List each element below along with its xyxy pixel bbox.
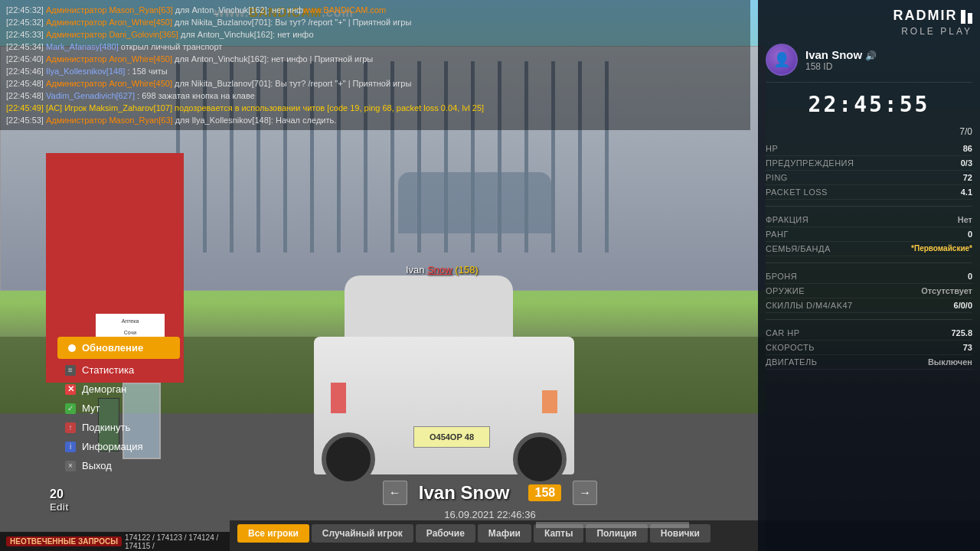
logo-bar-2 bbox=[968, 13, 972, 24]
stat-value-skills: 6/0/0 bbox=[954, 301, 972, 310]
stat-row-weapon: ОРУЖИЕ Отсутствует bbox=[766, 284, 972, 298]
car-plate: О454ОР 48 bbox=[413, 426, 490, 448]
stat-row-family: СЕМЬЯ/БАНДА *Первомайские* bbox=[766, 242, 972, 256]
stat-label-packetloss: PACKET LOSS bbox=[766, 187, 828, 197]
stat-row-ping: PING 72 bbox=[766, 171, 972, 185]
stat-value-faction: Нет bbox=[958, 215, 972, 224]
stat-label-hp: HP bbox=[766, 144, 778, 153]
menu-item-demorgan[interactable]: ✕ Деморган bbox=[57, 380, 211, 399]
demorgan-icon: ✕ bbox=[65, 384, 76, 395]
demorgan-label: Деморган bbox=[82, 383, 126, 395]
stat-label-weapon: ОРУЖИЕ bbox=[766, 286, 805, 295]
chat-line: [22:45:48] Администратор Aron_Whire[450]… bbox=[6, 77, 744, 90]
chat-line: [22:45:53] Администратор Mason_Ryan[63] … bbox=[6, 114, 744, 126]
kick-label: Подкинуть bbox=[82, 422, 130, 433]
stat-value-rank: 0 bbox=[968, 230, 972, 239]
player-nametag: Ivan Snow (158) bbox=[406, 264, 479, 276]
menu-item-kick[interactable]: ↑ Подкинуть bbox=[57, 418, 211, 437]
stat-divider-2 bbox=[766, 262, 972, 263]
logo-roleplay: ROLE PLAY bbox=[901, 26, 972, 37]
logo-radmir: RADMIR bbox=[893, 8, 958, 23]
tab-all-players[interactable]: Все игроки bbox=[237, 524, 309, 543]
chat-line: [22:45:48] Vadim_Genadivich[627] : 698 з… bbox=[6, 90, 744, 102]
menu-item-exit[interactable]: × Выход bbox=[57, 456, 211, 475]
menu-item-statistics[interactable]: ≡ Статистика bbox=[57, 360, 211, 380]
stat-value-warnings: 0/3 bbox=[961, 158, 972, 168]
left-sidebar: Обновление ≡ Статистика ✕ Деморган ✓ Мут… bbox=[57, 337, 211, 475]
tab-newbies[interactable]: Новички bbox=[650, 524, 710, 543]
stat-value-family: *Первомайские* bbox=[911, 244, 972, 253]
stat-label-family: СЕМЬЯ/БАНДА bbox=[766, 244, 831, 253]
player-count: 20 bbox=[50, 487, 69, 501]
stat-value-packetloss: 4.1 bbox=[961, 187, 972, 197]
stats-section: HP 86 ПРЕДУПРЕЖДЕНИЯ 0/3 PING 72 PACKET … bbox=[766, 142, 972, 370]
menu-item-info[interactable]: i Информация bbox=[57, 437, 211, 456]
clock-display: 22:45:55 bbox=[766, 92, 972, 117]
chat-line: [22:45:33] Администратор Dani_Golovin[36… bbox=[6, 28, 744, 41]
stat-label-skills: СКИЛЛЫ D/M4/AK47 bbox=[766, 301, 853, 310]
car: О454ОР 48 bbox=[299, 276, 590, 474]
chat-line: [22:45:40] Администратор Aron_Whire[450]… bbox=[6, 53, 744, 65]
mute-label: Мут bbox=[82, 403, 100, 414]
car-taillight-left bbox=[331, 383, 346, 413]
stat-label-engine: ДВИГАТЕЛЬ bbox=[766, 357, 817, 367]
profile-name: Ivan Snow 🔊 bbox=[805, 48, 877, 61]
stat-value-weapon: Отсутствует bbox=[921, 286, 972, 295]
stat-row-hp: HP 86 bbox=[766, 142, 972, 156]
stat-label-armor: БРОНЯ bbox=[766, 272, 797, 281]
top-stat-value: 7/0 bbox=[959, 126, 972, 137]
info-icon: i bbox=[65, 442, 76, 452]
status-value: 174122 / 174123 / 174124 / 174115 / bbox=[125, 533, 224, 550]
player-id-tag: (158) bbox=[455, 264, 478, 276]
stat-row-warnings: ПРЕДУПРЕЖДЕНИЯ 0/3 bbox=[766, 156, 972, 171]
status-label: НЕОТВЕЧЕННЫЕ ЗАПРОСЫ bbox=[6, 536, 122, 546]
next-player-button[interactable]: → bbox=[573, 481, 597, 505]
chat-line: [22:45:32] Администратор Aron_Whire[450]… bbox=[6, 16, 744, 28]
stat-label-warnings: ПРЕДУПРЕЖДЕНИЯ bbox=[766, 158, 854, 168]
player-navigation: ← Ivan Snow 158 → bbox=[383, 481, 597, 505]
chat-line-system: [22:45:49] [АС] Игрок Maksim_Zaharov[107… bbox=[6, 102, 744, 114]
kick-icon: ↑ bbox=[65, 422, 76, 433]
player-date: 16.09.2021 22:46:36 bbox=[444, 509, 535, 520]
stat-value-engine: Выключен bbox=[928, 357, 972, 367]
edit-label: Edit bbox=[50, 501, 69, 513]
tab-workers[interactable]: Рабочие bbox=[416, 524, 475, 543]
stat-row-rank: РАНГ 0 bbox=[766, 227, 972, 242]
tab-mafia[interactable]: Мафии bbox=[478, 524, 531, 543]
profile-name-text: Ivan Snow bbox=[805, 48, 862, 61]
tab-captains[interactable]: Капты bbox=[534, 524, 584, 543]
stat-value-carhp: 725.8 bbox=[951, 328, 972, 337]
logo-bars-icon bbox=[961, 10, 972, 24]
chat-line: [22:45:46] Ilya_Kollesnikov[148] : 158 ч… bbox=[6, 65, 744, 77]
logo-bar-1 bbox=[961, 10, 965, 24]
info-label: Информация bbox=[82, 441, 143, 452]
stat-label-ping: PING bbox=[766, 173, 788, 182]
stat-row-faction: ФРАКЦИЯ Нет bbox=[766, 213, 972, 227]
player-badge: 158 bbox=[528, 484, 561, 501]
stat-value-speed: 73 bbox=[963, 343, 972, 352]
stat-row-engine: ДВИГАТЕЛЬ Выключен bbox=[766, 355, 972, 370]
car-taillight-right bbox=[542, 390, 557, 413]
statistics-icon: ≡ bbox=[65, 365, 76, 376]
store-sign: АптекаСочиРоторка bbox=[96, 314, 165, 337]
car-window bbox=[398, 172, 551, 233]
chat-line: [22:45:32] Администратор Mason_Ryan[63] … bbox=[6, 4, 744, 16]
stat-row-armor: БРОНЯ 0 bbox=[766, 269, 972, 284]
stat-divider-1 bbox=[766, 206, 972, 207]
chat-line: [22:45:34] Mark_Afanasy[480] открыл личн… bbox=[6, 41, 744, 53]
menu-item-mute[interactable]: ✓ Мут bbox=[57, 399, 211, 418]
stat-row-speed: СКОРОСТЬ 73 bbox=[766, 341, 972, 355]
stat-label-faction: ФРАКЦИЯ bbox=[766, 215, 808, 224]
update-button[interactable]: Обновление bbox=[57, 337, 180, 359]
tab-random-player[interactable]: Случайный игрок bbox=[312, 524, 413, 543]
prev-player-button[interactable]: ← bbox=[383, 481, 407, 505]
car-wheel-left bbox=[322, 432, 375, 486]
tab-police[interactable]: Полиция bbox=[586, 524, 647, 543]
car-wheel-right bbox=[513, 432, 567, 486]
exit-label: Выход bbox=[82, 460, 112, 471]
profile-info: Ivan Snow 🔊 158 ID bbox=[805, 48, 877, 72]
statistics-label: Статистика bbox=[82, 364, 134, 376]
stat-value-hp: 86 bbox=[963, 144, 972, 153]
stat-row-skills: СКИЛЛЫ D/M4/AK47 6/0/0 bbox=[766, 298, 972, 313]
stat-label-carhp: CAR HP bbox=[766, 328, 800, 337]
